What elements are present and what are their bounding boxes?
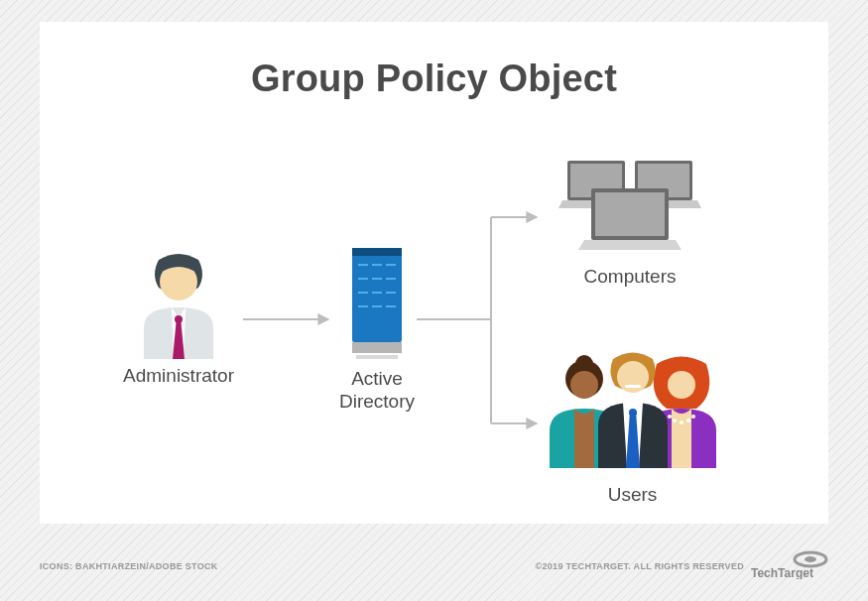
svg-rect-15 <box>372 278 382 280</box>
server-icon <box>342 248 412 362</box>
svg-point-6 <box>175 315 183 323</box>
computers-label: Computers <box>541 266 719 289</box>
svg-point-35 <box>680 421 683 424</box>
svg-point-32 <box>668 371 695 399</box>
svg-rect-21 <box>372 305 382 307</box>
svg-point-42 <box>805 556 816 562</box>
node-active-directory: Active Directory <box>327 248 427 414</box>
svg-point-40 <box>629 409 637 417</box>
svg-rect-22 <box>386 305 396 307</box>
techtarget-logo: TechTarget <box>751 549 828 583</box>
users-label: Users <box>536 484 729 507</box>
svg-point-34 <box>673 419 677 422</box>
diagram-panel: Group Policy Object Administrator <box>40 22 828 524</box>
svg-point-30 <box>575 355 593 373</box>
copyright-text: ©2019 TECHTARGET. ALL RIGHTS RESERVED <box>536 561 744 571</box>
svg-rect-20 <box>358 305 368 307</box>
svg-rect-19 <box>386 292 396 294</box>
svg-rect-7 <box>352 248 402 342</box>
active-directory-label: Active Directory <box>327 368 427 414</box>
svg-point-31 <box>570 371 598 399</box>
administrator-icon <box>129 250 228 359</box>
svg-rect-39 <box>625 385 641 388</box>
svg-point-33 <box>668 415 672 419</box>
svg-rect-8 <box>352 248 402 256</box>
svg-point-38 <box>617 361 649 393</box>
diagram-title: Group Policy Object <box>40 58 828 100</box>
svg-rect-18 <box>372 292 382 294</box>
administrator-label: Administrator <box>114 365 243 388</box>
svg-rect-10 <box>356 355 398 359</box>
svg-point-36 <box>686 419 690 422</box>
icon-credit: ICONS: BAKHTIARZEIN/ADOBE STOCK <box>40 561 218 571</box>
users-icon <box>539 349 727 478</box>
svg-rect-12 <box>372 264 382 266</box>
svg-rect-16 <box>386 278 396 280</box>
svg-rect-14 <box>358 278 368 280</box>
svg-rect-17 <box>358 292 368 294</box>
node-administrator: Administrator <box>114 250 243 388</box>
svg-point-37 <box>691 415 695 419</box>
node-computers: Computers <box>541 161 719 289</box>
svg-rect-9 <box>352 342 402 353</box>
svg-text:TechTarget: TechTarget <box>751 566 813 579</box>
svg-rect-13 <box>386 264 396 266</box>
node-users: Users <box>536 349 729 507</box>
svg-rect-28 <box>595 192 665 236</box>
svg-rect-11 <box>358 264 368 266</box>
laptops-icon <box>546 161 714 260</box>
